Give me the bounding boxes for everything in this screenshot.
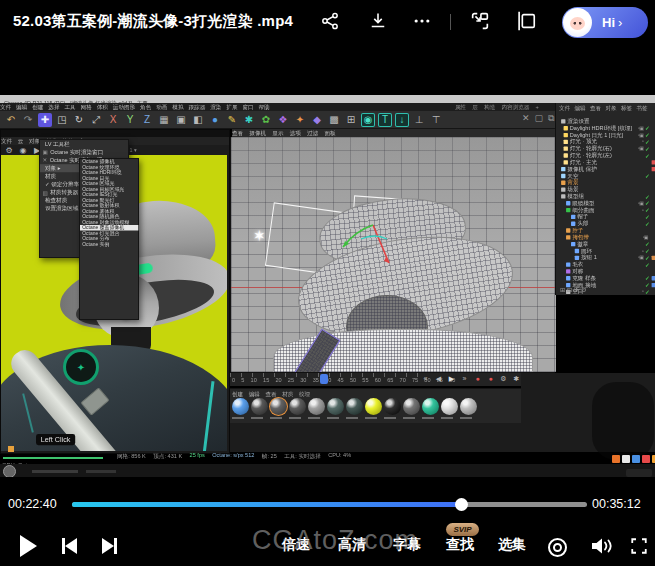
episodes-button[interactable]: 选集 bbox=[498, 536, 526, 554]
transport-icon[interactable]: ◀ bbox=[433, 373, 444, 384]
object-tag-chips[interactable]: ▫ bbox=[642, 289, 643, 295]
toolbar-icon[interactable]: ▣ bbox=[174, 113, 188, 127]
object-tag-chips[interactable]: ▫▣ bbox=[643, 235, 648, 241]
viewport-menu-item[interactable]: 摄像机 bbox=[249, 129, 266, 137]
viewport-menu-item[interactable]: 过滤 bbox=[307, 129, 318, 137]
c4d-menu-item[interactable]: 帮助 bbox=[259, 103, 270, 111]
dropdown-menu-item[interactable]: ▣ Octane 实时渲染窗口 bbox=[40, 148, 128, 156]
toolbar-icon[interactable]: ⊤ bbox=[429, 113, 443, 127]
c4d-menu-item[interactable]: 网格 bbox=[81, 103, 92, 111]
taskbar-icon-1[interactable] bbox=[612, 455, 620, 463]
object-tag-chips[interactable]: ▫▣ bbox=[638, 255, 643, 261]
object-tag-chips[interactable]: ▫▣ bbox=[638, 132, 643, 138]
axis-gizmo[interactable] bbox=[331, 205, 421, 285]
viewport-menu-item[interactable]: 选项 bbox=[290, 129, 301, 137]
toolbar-icon[interactable]: ⤢ bbox=[89, 113, 103, 127]
progress-bar[interactable] bbox=[72, 502, 587, 507]
toolbar-icon[interactable]: ↷ bbox=[21, 113, 35, 127]
object-tree-item[interactable]: 挎包带 ▫▣ bbox=[558, 234, 655, 241]
c4d-menu-item[interactable]: 模拟 bbox=[172, 103, 183, 111]
enabled-check-icon[interactable]: ✓ bbox=[645, 289, 650, 295]
volume-icon[interactable] bbox=[590, 536, 614, 560]
panel-tab[interactable]: 内容浏览器 bbox=[502, 103, 530, 111]
toolbar-icon[interactable]: Z bbox=[140, 113, 154, 127]
c4d-menu-item[interactable]: 选择 bbox=[48, 103, 59, 111]
material-swatch[interactable] bbox=[270, 398, 287, 415]
toolbar-icon[interactable]: ↓ bbox=[395, 113, 409, 127]
viewport-3d[interactable]: ✶ bbox=[230, 137, 556, 372]
render-target-icon[interactable]: ◉ bbox=[18, 145, 28, 155]
current-frame-marker[interactable] bbox=[320, 374, 328, 384]
material-swatch[interactable] bbox=[460, 398, 477, 415]
record-circle-icon[interactable] bbox=[548, 538, 567, 557]
panel-tab[interactable]: 层 bbox=[472, 103, 478, 111]
toolbar-icon[interactable]: Y bbox=[123, 113, 137, 127]
transport-icon[interactable]: ⚙ bbox=[498, 373, 509, 384]
fullscreen-icon[interactable] bbox=[630, 537, 648, 559]
more-icon[interactable] bbox=[410, 9, 434, 33]
toolbar-icon[interactable]: ⊞ bbox=[344, 113, 358, 127]
toolbar-icon[interactable]: ✎ bbox=[225, 113, 239, 127]
material-menu-item[interactable]: 创建 bbox=[232, 390, 243, 398]
toolbar-icon[interactable]: ● bbox=[208, 113, 222, 127]
material-swatch[interactable] bbox=[251, 398, 268, 415]
material-swatch[interactable] bbox=[441, 398, 458, 415]
viewport-window-icon[interactable]: ⧉ bbox=[548, 113, 554, 124]
object-tree-item[interactable]: 细分曲面 ▫ ✓ bbox=[558, 207, 655, 214]
material-swatch[interactable] bbox=[308, 398, 325, 415]
enabled-check-icon[interactable]: ✓ bbox=[645, 193, 650, 199]
object-manager-menu-item[interactable]: 编辑 bbox=[575, 104, 586, 112]
c4d-menu-item[interactable]: 跟踪器 bbox=[188, 103, 205, 111]
taskbar-icon-4[interactable] bbox=[642, 455, 650, 463]
material-swatch[interactable] bbox=[232, 398, 249, 415]
transport-icon[interactable]: » bbox=[459, 373, 470, 384]
toolbar-icon[interactable]: T bbox=[378, 113, 392, 127]
enabled-check-icon[interactable]: ✓ bbox=[645, 241, 650, 247]
c4d-menu-item[interactable]: 窗口 bbox=[242, 103, 253, 111]
toolbar-icon[interactable]: ✦ bbox=[293, 113, 307, 127]
toolbar-icon[interactable]: ◧ bbox=[191, 113, 205, 127]
material-swatch[interactable] bbox=[289, 398, 306, 415]
material-menu-item[interactable]: 编辑 bbox=[249, 390, 260, 398]
panel-tab[interactable]: + bbox=[536, 104, 539, 110]
object-manager-menu-item[interactable]: 对象 bbox=[606, 104, 617, 112]
live-viewer-menu-item[interactable]: 文件 bbox=[1, 137, 12, 145]
enabled-check-icon[interactable]: ✓ bbox=[645, 214, 650, 220]
dock-window-icon[interactable] bbox=[514, 9, 538, 33]
object-tag-chips[interactable]: ▫▣ bbox=[638, 146, 643, 152]
light-star-gizmo[interactable]: ✶ bbox=[253, 227, 266, 245]
c4d-menu-item[interactable]: 渲染 bbox=[210, 103, 221, 111]
enabled-check-icon[interactable]: ✓ bbox=[645, 132, 650, 138]
enabled-check-icon[interactable]: ✓ bbox=[645, 139, 650, 145]
toolbar-icon[interactable]: ↶ bbox=[4, 113, 18, 127]
enabled-check-icon[interactable]: ✓ bbox=[645, 248, 650, 254]
enabled-check-icon[interactable]: ✓ bbox=[645, 152, 650, 158]
previous-button[interactable] bbox=[62, 538, 77, 554]
live-viewer-menu-item[interactable]: 云 bbox=[18, 137, 24, 145]
panel-tab[interactable]: 属性 bbox=[455, 103, 466, 111]
assistant-button[interactable]: Hi › bbox=[562, 7, 648, 38]
material-swatch[interactable] bbox=[327, 398, 344, 415]
material-menu-item[interactable]: 查看 bbox=[265, 390, 276, 398]
object-manager-menu-item[interactable]: 查看 bbox=[590, 104, 601, 112]
toolbar-icon[interactable]: X bbox=[106, 113, 120, 127]
enabled-check-icon[interactable]: ✓ bbox=[645, 207, 650, 213]
enabled-check-icon[interactable]: ✓ bbox=[645, 262, 650, 268]
enabled-check-icon[interactable]: ✓ bbox=[645, 173, 650, 179]
c4d-menu-item[interactable]: 动画 bbox=[156, 103, 167, 111]
c4d-menu-item[interactable]: 扩展 bbox=[226, 103, 237, 111]
viewport-menu-item[interactable]: 面板 bbox=[324, 129, 335, 137]
viewport-window-icon[interactable]: ▢ bbox=[535, 113, 544, 124]
taskbar-icon-2[interactable] bbox=[622, 455, 630, 463]
toolbar-icon[interactable]: ▦ bbox=[157, 113, 171, 127]
object-tag-chips[interactable]: ▫ bbox=[642, 248, 643, 254]
play-button[interactable] bbox=[20, 535, 37, 557]
toolbar-icon[interactable]: ◳ bbox=[55, 113, 69, 127]
c4d-menu-item[interactable]: 运动图形 bbox=[113, 103, 135, 111]
toolbar-icon[interactable]: ◉ bbox=[361, 113, 375, 127]
enabled-check-icon[interactable]: ✓ bbox=[645, 146, 650, 152]
toolbar-icon[interactable]: ✚ bbox=[38, 113, 52, 127]
share-icon[interactable] bbox=[318, 9, 342, 33]
object-tag-chips[interactable]: ▫▣ bbox=[638, 125, 643, 131]
material-swatch[interactable] bbox=[384, 398, 401, 415]
